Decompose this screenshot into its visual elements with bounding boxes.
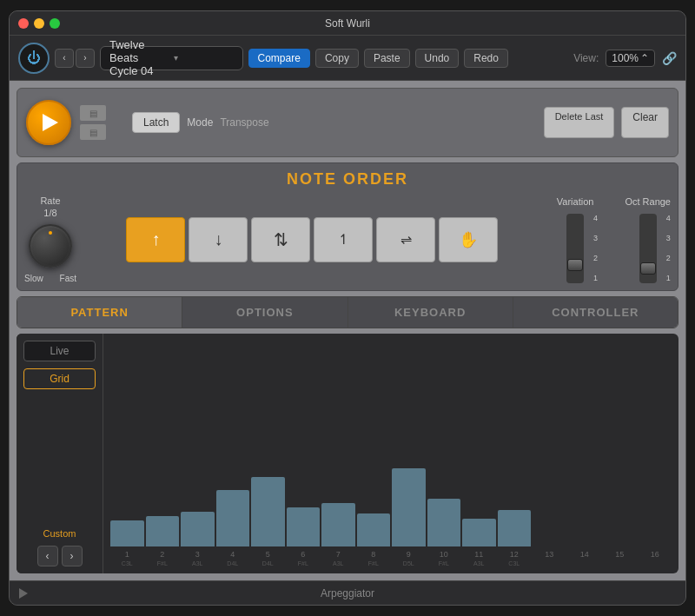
direction-down-button[interactable]: ↓ (189, 217, 248, 262)
maximize-button[interactable] (50, 18, 60, 29)
window-controls (18, 18, 60, 29)
bar-number: 5 (251, 550, 285, 559)
bar-number: 11 (462, 550, 496, 559)
next-preset-button[interactable]: › (76, 49, 95, 68)
direction-played-button[interactable]: ✋ (439, 217, 498, 262)
variation-num-4: 4 (593, 214, 598, 222)
direction-up-button[interactable]: ↑ (126, 217, 185, 262)
grid-mode-button[interactable]: Grid (23, 368, 96, 389)
preset-name: Twelve Beats Cycle 04 (109, 38, 169, 77)
bar-item[interactable] (251, 477, 285, 546)
bar-item[interactable] (462, 519, 496, 546)
rate-knob-section: Rate 1/8 Slow Fast (24, 195, 76, 283)
bar-item[interactable] (216, 490, 250, 546)
bar-item[interactable] (321, 503, 355, 546)
bar-number: 8 (357, 550, 391, 559)
variation-slider-group: Variation 4 3 2 1 (557, 196, 594, 283)
oct-range-label: Oct Range (625, 196, 671, 207)
rate-knob[interactable] (29, 224, 72, 268)
status-label: Arpeggiator (321, 587, 374, 599)
variation-num-1: 1 (593, 274, 598, 282)
clear-button[interactable]: Clear (621, 107, 669, 138)
pattern-next-button[interactable]: › (62, 546, 83, 566)
tab-keyboard[interactable]: KEYBOARD (348, 297, 513, 328)
minimize-button[interactable] (34, 18, 44, 29)
bar-label: F#L (287, 560, 321, 566)
zoom-selector[interactable]: 100% ⌃ (606, 50, 655, 67)
play-icon (43, 114, 58, 131)
play-button[interactable] (26, 100, 71, 145)
bar-item[interactable] (146, 516, 180, 546)
pattern-icons: ▤ ▤ (80, 105, 106, 140)
bar-label: D4L (216, 560, 250, 566)
bar-label: A3L (321, 560, 355, 566)
power-button[interactable]: ⏻ (18, 43, 50, 74)
tabs-section: PATTERN OPTIONS KEYBOARD CONTROLLER (17, 296, 678, 328)
bar-label: C3L (110, 560, 144, 566)
fast-label: Fast (60, 274, 76, 283)
bar-number: 13 (533, 550, 566, 559)
preset-selector[interactable]: Twelve Beats Cycle 04 ▾ (100, 46, 243, 70)
close-button[interactable] (18, 18, 29, 29)
tab-controller[interactable]: CONTROLLER (513, 297, 678, 328)
main-content: ▤ ▤ Latch Mode Transpose Delete Last Cle… (10, 81, 685, 580)
tab-options[interactable]: OPTIONS (182, 297, 348, 328)
variation-num-3: 3 (593, 234, 598, 242)
rate-knob-container (24, 220, 76, 272)
play-icon (19, 588, 28, 599)
copy-button[interactable]: Copy (315, 49, 359, 68)
bar-label (603, 560, 637, 566)
custom-label: Custom (23, 528, 96, 539)
mode-label: Mode (187, 116, 213, 129)
bar-number: 14 (568, 550, 602, 559)
live-mode-button[interactable]: Live (23, 341, 96, 361)
oct-range-slider-group: Oct Range 4 3 2 1 (625, 196, 671, 283)
direction-downup-button[interactable]: ↿ (314, 217, 373, 262)
redo-button[interactable]: Redo (464, 49, 508, 68)
undo-button[interactable]: Undo (415, 49, 460, 68)
pattern-prev-button[interactable]: ‹ (37, 546, 58, 566)
bar-number: 4 (216, 550, 250, 559)
compare-button[interactable]: Compare (248, 49, 310, 68)
bar-label: A3L (181, 560, 215, 566)
bar-item[interactable] (287, 507, 321, 546)
bar-item[interactable] (498, 510, 532, 546)
bar-number: 10 (427, 550, 461, 559)
bar-label: D5L (392, 560, 426, 566)
oct-range-slider-handle[interactable] (640, 262, 656, 275)
oct-range-slider-track (639, 214, 657, 283)
bar-item[interactable] (181, 512, 215, 546)
direction-updown-button[interactable]: ⇅ (251, 217, 310, 262)
link-icon[interactable]: 🔗 (662, 51, 677, 65)
direction-random-button[interactable]: ⇌ (376, 217, 435, 262)
prev-preset-button[interactable]: ‹ (55, 49, 74, 68)
oct-num-2: 2 (666, 254, 671, 262)
mode-value: Transpose (220, 116, 268, 129)
bottom-play-button[interactable] (17, 586, 30, 600)
paste-button[interactable]: Paste (364, 49, 410, 68)
pattern-section: Live Grid Custom ‹ › 1234567891011121314… (17, 334, 678, 573)
pattern-left-panel: Live Grid Custom ‹ › (17, 334, 103, 573)
knob-indicator (49, 231, 52, 235)
variation-slider-track (566, 214, 584, 283)
latch-button[interactable]: Latch (132, 112, 180, 133)
delete-last-button[interactable]: Delete Last (544, 107, 615, 138)
slow-fast-labels: Slow Fast (24, 274, 76, 283)
tab-pattern[interactable]: PATTERN (17, 297, 182, 328)
bar-item[interactable] (357, 513, 391, 546)
slow-label: Slow (24, 274, 43, 283)
window-title: Soft Wurli (325, 17, 370, 30)
right-controls: Delete Last Clear (544, 107, 669, 138)
chevron-down-icon: ▾ (174, 53, 233, 63)
variation-slider-handle[interactable] (567, 259, 583, 271)
pattern-grid: 12345678910111213141516 C3LF#LA3LD4LD4LF… (103, 334, 678, 573)
bar-item[interactable] (392, 468, 426, 546)
bar-number: 2 (146, 550, 180, 559)
bar-label: A3L (462, 560, 496, 566)
bar-item[interactable] (110, 520, 144, 546)
bar-number: 6 (287, 550, 321, 559)
bar-label (568, 560, 602, 566)
bar-item[interactable] (427, 499, 461, 546)
preset-nav: ‹ › (55, 49, 95, 68)
bar-label: D4L (251, 560, 285, 566)
